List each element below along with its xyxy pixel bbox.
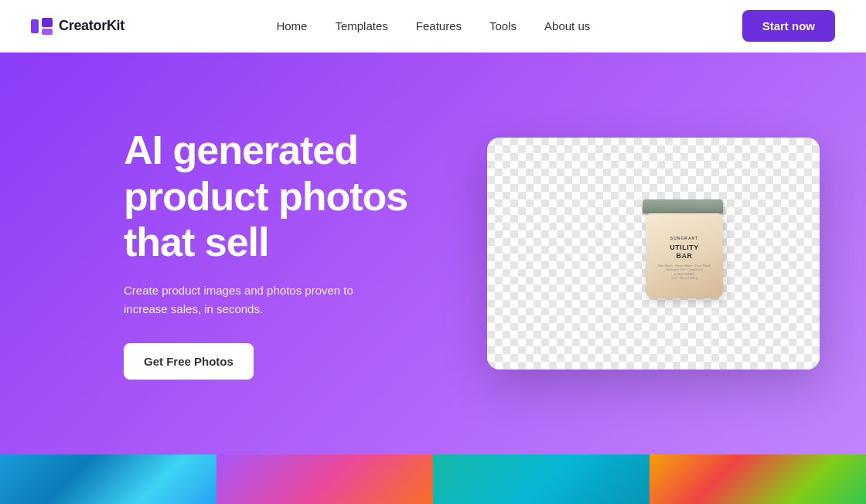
strip-item-blue[interactable]	[0, 455, 216, 504]
product-jar: SunGrant UTILITYBAR Hair Wash · Shave Wa…	[638, 199, 731, 308]
get-free-photos-button[interactable]: Get Free Photos	[124, 343, 254, 380]
nav-links: Home Templates Features Tools About us	[276, 19, 590, 33]
nav-tools[interactable]: Tools	[489, 19, 517, 32]
hero-product-image: SunGrant UTILITYBAR Hair Wash · Shave Wa…	[487, 138, 820, 369]
start-now-button[interactable]: Start now	[742, 10, 835, 42]
nav-about[interactable]: About us	[544, 19, 590, 32]
nav-features[interactable]: Features	[416, 19, 462, 32]
nav-home[interactable]: Home	[276, 19, 307, 32]
jar-body: SunGrant UTILITYBAR Hair Wash · Shave Wa…	[646, 213, 723, 298]
jar-brand: SunGrant	[670, 236, 698, 240]
hero-section: AI generated product photos that sell Cr…	[0, 53, 866, 455]
hero-title: AI generated product photos that sell	[124, 128, 448, 266]
strip-item-teal[interactable]	[433, 455, 650, 504]
strip-item-orange[interactable]	[650, 455, 866, 504]
hero-subtitle: Create product images and photos proven …	[124, 281, 387, 318]
jar-label: SunGrant UTILITYBAR Hair Wash · Shave Wa…	[652, 227, 717, 289]
svg-rect-1	[42, 18, 53, 27]
nav-templates[interactable]: Templates	[335, 19, 387, 32]
navbar: CreatorKit Home Templates Features Tools…	[0, 0, 866, 53]
hero-content: AI generated product photos that sell Cr…	[124, 128, 448, 380]
strip-item-gradient[interactable]	[216, 455, 433, 504]
jar-product-name: UTILITYBAR	[670, 243, 699, 261]
svg-rect-2	[42, 29, 53, 35]
logo[interactable]: CreatorKit	[31, 18, 124, 35]
bottom-gallery-strip	[0, 455, 866, 504]
jar-lid	[643, 199, 723, 213]
jar-details: Hair Wash · Shave Wash · Face Wash Shamp…	[658, 264, 711, 281]
svg-rect-0	[31, 19, 39, 33]
logo-text: CreatorKit	[59, 18, 124, 34]
logo-icon	[31, 18, 53, 35]
